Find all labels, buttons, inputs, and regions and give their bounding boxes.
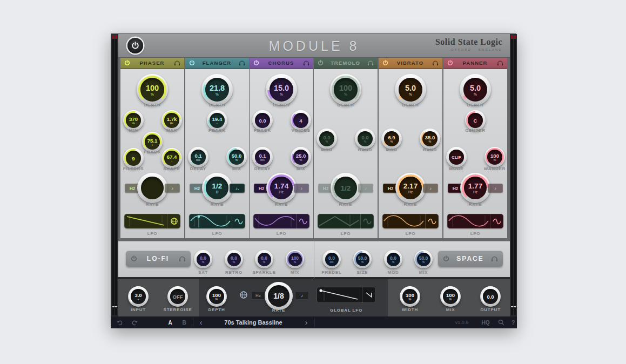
panner-solo-headphone-icon[interactable] (497, 60, 503, 66)
phaser-lfo-display[interactable] (124, 214, 180, 228)
vibrato-rand-label: RAND (414, 147, 446, 152)
space-solo-headphone-icon[interactable] (491, 256, 498, 262)
phaser-filters-knob[interactable]: 9 (123, 148, 144, 168)
master-power-button[interactable] (127, 38, 143, 53)
space-power-icon[interactable] (443, 255, 449, 262)
vibrato-mod-label: MOD (375, 147, 408, 152)
tremolo-label: TREMOLO (324, 60, 367, 66)
flanger-power-icon[interactable] (189, 60, 195, 66)
global-lfo-display[interactable] (317, 287, 376, 303)
chorus-depth-label: DEPTH (250, 103, 313, 107)
phaser-shape-knob[interactable]: 67.4- (161, 148, 182, 168)
chorus-voices-label: VOICES (285, 128, 317, 133)
lofi-sparkle-knob[interactable]: 0.0% (255, 250, 273, 268)
lofi-sat-knob[interactable]: 0.0% (194, 250, 212, 268)
chorus-rate-sync-button[interactable]: ♪ (294, 184, 309, 193)
lofi-power-icon[interactable] (131, 255, 137, 262)
hq-toggle[interactable]: HQ (478, 316, 493, 328)
input-knob[interactable]: 3.0+ (128, 286, 149, 307)
chorus-solo-headphone-icon[interactable] (303, 60, 309, 66)
dotted-note-icon: ♪. (235, 186, 239, 191)
chorus-lfo-display[interactable] (253, 214, 309, 228)
master-rate-knob[interactable]: 1/8 (265, 282, 293, 310)
vibrato-solo-headphone-icon[interactable] (432, 60, 439, 66)
panner-power-icon[interactable] (447, 60, 453, 66)
phaser-solo-headphone-icon[interactable] (174, 60, 180, 66)
lofi-mix-knob[interactable]: 100% (286, 250, 304, 268)
vibrato-lfo-label: LFO (379, 231, 442, 236)
flanger-delay-knob[interactable]: 0.1ms (188, 147, 208, 167)
tremolo-rate-sync-button[interactable]: ♪ (358, 184, 373, 193)
sine-icon (299, 218, 307, 225)
tremolo-power-icon[interactable] (318, 60, 324, 66)
chorus-header: CHORUS (250, 58, 313, 69)
panner-depth-knob[interactable]: 5.0% (460, 74, 491, 105)
panner-wander-knob[interactable]: 100% (484, 147, 505, 167)
chorus-rate-knob[interactable]: 1.74Hz (266, 173, 297, 203)
vibrato-rate-knob[interactable]: 2.17Hz (395, 173, 426, 203)
tremolo-rate-knob[interactable]: 1/2 (331, 173, 361, 203)
undo-button[interactable] (115, 316, 124, 328)
input-label: INPUT (122, 307, 154, 312)
tremolo-depth-knob[interactable]: 100% (330, 74, 361, 105)
preset-name[interactable]: 70s Talking Bassline (199, 316, 307, 328)
tremolo-rand-knob[interactable]: 0.0% (355, 129, 375, 149)
panner-rate-sync-button[interactable]: ♪ (488, 184, 503, 193)
master-rate-sync-button[interactable]: ♪ (295, 291, 309, 300)
note-icon: ♪ (171, 186, 173, 191)
footer-divider (314, 318, 315, 327)
master-mix-knob[interactable]: 100% (440, 286, 461, 307)
lofi-solo-headphone-icon[interactable] (179, 256, 186, 262)
ab-compare-b-button[interactable]: B (180, 316, 189, 328)
preset-search-button[interactable] (496, 316, 507, 328)
output-knob[interactable]: 0.0 (480, 286, 501, 307)
help-button[interactable]: ? (509, 316, 517, 328)
chorus-fback-label: FBACK (246, 128, 279, 133)
vibrato-power-icon[interactable] (382, 60, 388, 66)
space-mix-knob[interactable]: 50.0% (414, 250, 433, 268)
phaser-rate-knob[interactable] (137, 173, 167, 203)
footer-divider (193, 318, 193, 327)
master-rate-hz-button[interactable]: Hz (251, 291, 265, 300)
panner-mode-knob[interactable]: CLIP (446, 147, 467, 167)
width-knob[interactable]: 100% (400, 286, 420, 307)
chorus-power-icon[interactable] (253, 60, 259, 66)
phaser-power-icon[interactable] (124, 60, 130, 66)
tremolo-lfo-display[interactable] (318, 214, 374, 228)
master-depth-knob[interactable]: 100% (206, 286, 227, 307)
phaser-label: PHASER (130, 60, 174, 66)
chorus-delay-knob[interactable]: 0.1ms (252, 147, 273, 167)
flanger-mix-knob[interactable]: 50.0% (226, 147, 247, 167)
space-size-knob[interactable]: 50.0% (353, 250, 372, 268)
flanger-rate-sync-button[interactable]: ♪. (230, 184, 245, 193)
next-preset-button[interactable]: › (302, 316, 311, 328)
space-predelay-knob[interactable]: 0.0ms (322, 250, 341, 268)
vibrato-label: VIBRATO (388, 60, 432, 66)
note-icon: ♪ (365, 186, 367, 191)
flanger-solo-headphone-icon[interactable] (239, 60, 245, 66)
tremolo-solo-headphone-icon[interactable] (367, 60, 374, 66)
stereoise-knob[interactable]: OFF (167, 286, 188, 307)
chorus-mix-knob[interactable]: 25.0% (291, 147, 311, 167)
triangle-wave (318, 214, 360, 228)
vibrato-mod-knob[interactable]: 6.9% (381, 129, 402, 149)
lofi-retro-knob[interactable]: 0.0% (225, 250, 243, 268)
chorus-depth-knob[interactable]: 15.0% (266, 74, 297, 105)
global-sync-globe-icon[interactable] (239, 291, 248, 299)
redo-button[interactable] (130, 316, 139, 328)
flanger-header: FLANGER (185, 58, 249, 69)
phaser-rate-sync-button[interactable]: ♪ (165, 184, 180, 193)
panner-lfo-display[interactable] (447, 214, 503, 228)
flanger-depth-knob[interactable]: 21.8% (201, 74, 233, 105)
vibrato-rate-sync-button[interactable]: ♪ (423, 184, 438, 193)
phaser-depth-knob[interactable]: 100% (137, 74, 168, 105)
flanger-lfo-display[interactable] (189, 214, 245, 228)
ab-compare-a-button[interactable]: A (166, 316, 174, 328)
vibrato-rand-knob[interactable]: 35.0% (420, 129, 440, 149)
tremolo-mod-knob[interactable]: 0.0% (317, 129, 337, 149)
vibrato-depth-knob[interactable]: 5.0% (395, 74, 426, 105)
flanger-rate-knob[interactable]: 1/2D (202, 173, 232, 203)
vibrato-lfo-display[interactable] (382, 214, 439, 228)
panner-rate-knob[interactable]: 1.77Hz (460, 173, 490, 203)
space-mod-knob[interactable]: 0.0% (384, 250, 402, 268)
